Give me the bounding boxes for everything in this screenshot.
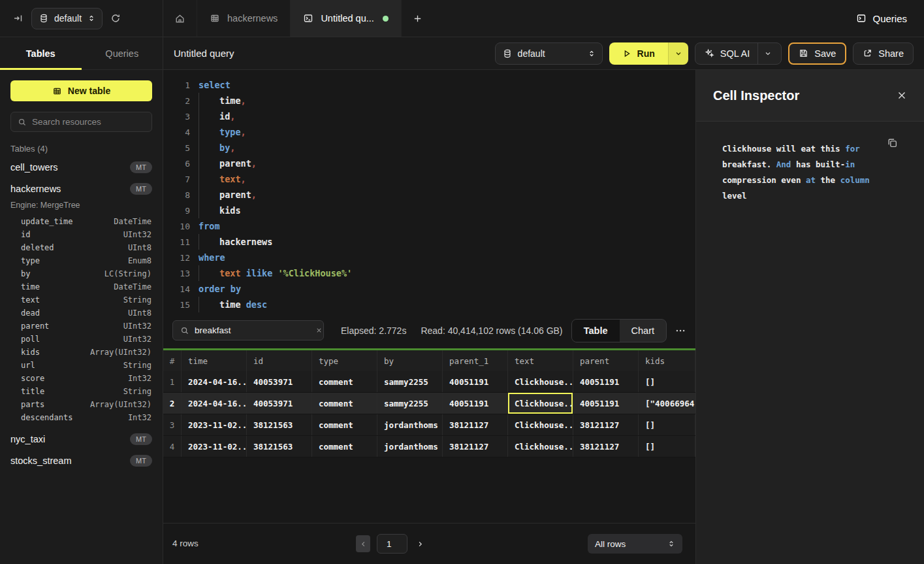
code-line[interactable]: 10from — [172, 218, 695, 234]
column-row[interactable]: kidsArray(UInt32) — [0, 346, 163, 359]
page-number-input[interactable] — [377, 534, 407, 554]
table-cell[interactable]: comment — [312, 436, 377, 457]
code-line[interactable]: 1select — [172, 77, 695, 93]
run-options-button[interactable] — [668, 42, 688, 65]
column-header[interactable]: text — [508, 350, 573, 371]
table-cell[interactable]: 40051191 — [573, 371, 639, 392]
view-toggle-table[interactable]: Table — [572, 320, 620, 342]
table-cell[interactable]: Clickhouse.. — [508, 436, 573, 457]
new-table-button[interactable]: New table — [10, 80, 152, 101]
column-header[interactable]: parent — [573, 350, 639, 371]
share-button[interactable]: Share — [853, 42, 914, 65]
prev-page-button[interactable] — [356, 535, 370, 552]
table-cell[interactable]: comment — [312, 414, 377, 435]
sql-editor[interactable]: 1select2time,3id,4type,5by,6parent,7text… — [163, 70, 695, 312]
column-header[interactable]: by — [377, 350, 443, 371]
clear-search-icon[interactable] — [315, 327, 323, 334]
code-line[interactable]: 5by, — [172, 140, 695, 156]
table-cell[interactable]: 40051191 — [443, 393, 508, 414]
column-row[interactable]: scoreInt32 — [0, 372, 163, 385]
database-selector[interactable]: default — [31, 8, 103, 29]
table-cell[interactable]: [] — [639, 414, 695, 435]
table-cell[interactable]: 40051191 — [573, 393, 639, 414]
table-cell[interactable]: Clickhouse.. — [508, 393, 573, 414]
table-cell[interactable]: Clickhouse.. — [508, 371, 573, 392]
column-header[interactable]: id — [247, 350, 312, 371]
sidebar-tab-queries[interactable]: Queries — [82, 37, 163, 69]
sql-ai-button[interactable]: SQL AI — [695, 42, 782, 65]
copy-icon[interactable] — [887, 137, 898, 148]
code-line[interactable]: 8parent, — [172, 187, 695, 203]
results-filter-input[interactable] — [195, 325, 310, 335]
column-row[interactable]: update_timeDateTime — [0, 215, 163, 228]
table-cell[interactable]: 40053971 — [247, 393, 312, 414]
refresh-icon[interactable] — [110, 13, 121, 24]
table-cell[interactable]: 2024-04-16.. — [182, 371, 247, 392]
code-line[interactable]: 4type, — [172, 124, 695, 140]
column-row[interactable]: deadUInt8 — [0, 307, 163, 320]
table-cell[interactable]: [] — [639, 436, 695, 457]
column-row[interactable]: deletedUInt8 — [0, 241, 163, 254]
table-cell[interactable]: 2024-04-16.. — [182, 393, 247, 414]
close-icon[interactable] — [897, 90, 907, 101]
table-cell[interactable]: 38121563 — [247, 414, 312, 435]
table-cell[interactable]: ["40066964.. — [639, 393, 695, 414]
column-row[interactable]: idUInt32 — [0, 228, 163, 241]
sql-ai-options-button[interactable] — [757, 43, 772, 64]
sidebar-table-item[interactable]: stocks_streamMT — [0, 450, 163, 471]
queries-button[interactable]: Queries — [856, 0, 924, 37]
code-line[interactable]: 7text, — [172, 171, 695, 187]
column-header[interactable]: kids — [639, 350, 695, 371]
table-cell[interactable]: 40051191 — [443, 371, 508, 392]
code-line[interactable]: 14order by — [172, 281, 695, 297]
query-database-selector[interactable]: default — [495, 42, 603, 65]
code-line[interactable]: 6parent, — [172, 156, 695, 171]
new-tab-button[interactable] — [402, 0, 434, 37]
column-row[interactable]: typeEnum8 — [0, 254, 163, 267]
tab-untitled-query[interactable]: Untitled qu... — [291, 0, 401, 37]
tab-home[interactable] — [163, 0, 197, 37]
column-row[interactable]: urlString — [0, 359, 163, 372]
code-line[interactable]: 9kids — [172, 203, 695, 218]
column-header[interactable]: parent_1 — [443, 350, 508, 371]
table-cell[interactable]: jordanthoms — [377, 436, 443, 457]
table-cell[interactable]: 38121127 — [573, 436, 639, 457]
code-line[interactable]: 3id, — [172, 108, 695, 124]
next-page-button[interactable] — [414, 540, 426, 548]
code-line[interactable]: 13text ilike '%ClickHouse%' — [172, 265, 695, 281]
column-row[interactable]: partsArray(UInt32) — [0, 398, 163, 411]
column-row[interactable]: descendantsInt32 — [0, 411, 163, 424]
column-row[interactable]: parentUInt32 — [0, 320, 163, 333]
sidebar-table-item[interactable]: nyc_taxiMT — [0, 428, 163, 450]
sidebar-table-item[interactable]: hackernewsMT — [0, 178, 163, 199]
page-size-selector[interactable]: All rows — [588, 534, 682, 554]
tab-hackernews[interactable]: hackernews — [197, 0, 291, 37]
code-line[interactable]: 2time, — [172, 93, 695, 108]
run-button[interactable]: Run — [609, 42, 668, 65]
results-more-menu[interactable] — [675, 325, 686, 337]
column-header[interactable]: # — [163, 350, 182, 371]
table-cell[interactable]: jordanthoms — [377, 414, 443, 435]
table-cell[interactable]: 2023-11-02.. — [182, 436, 247, 457]
save-button[interactable]: Save — [788, 42, 846, 65]
sidebar-tab-tables[interactable]: Tables — [0, 37, 82, 69]
column-header[interactable]: time — [182, 350, 247, 371]
table-cell[interactable]: 40053971 — [247, 371, 312, 392]
collapse-sidebar-icon[interactable] — [13, 13, 24, 24]
search-resources-input[interactable] — [32, 117, 148, 127]
sidebar-table-item[interactable]: cell_towersMT — [0, 156, 163, 178]
table-cell[interactable]: 38121563 — [247, 436, 312, 457]
column-row[interactable]: timeDateTime — [0, 280, 163, 293]
column-row[interactable]: pollUInt32 — [0, 333, 163, 346]
table-cell[interactable]: comment — [312, 393, 377, 414]
table-cell[interactable]: 38121127 — [443, 414, 508, 435]
table-cell[interactable]: Clickhouse.. — [508, 414, 573, 435]
table-cell[interactable]: 38121127 — [573, 414, 639, 435]
table-cell[interactable]: sammy2255 — [377, 371, 443, 392]
column-row[interactable]: titleString — [0, 385, 163, 398]
table-cell[interactable]: sammy2255 — [377, 393, 443, 414]
column-row[interactable]: byLC(String) — [0, 267, 163, 280]
view-toggle-chart[interactable]: Chart — [620, 320, 666, 342]
table-cell[interactable]: 2023-11-02.. — [182, 414, 247, 435]
table-cell[interactable]: 38121127 — [443, 436, 508, 457]
